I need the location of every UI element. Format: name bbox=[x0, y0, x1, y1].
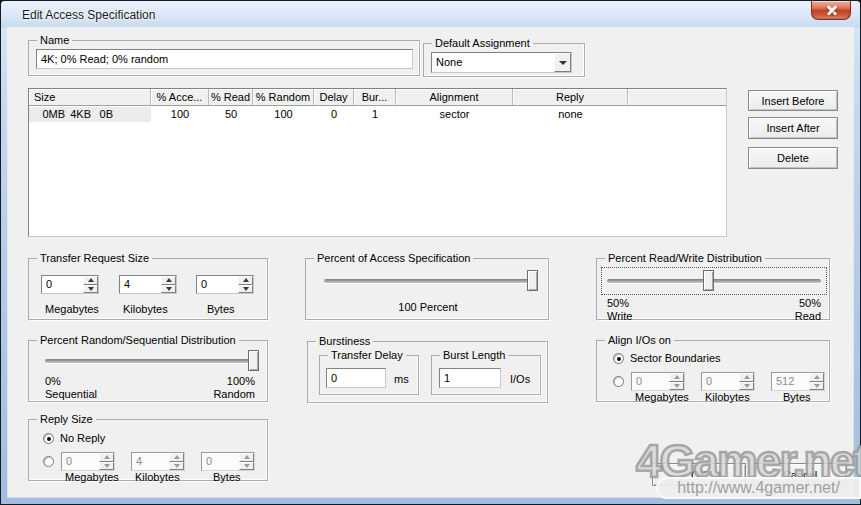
cell-delay[interactable]: 0 bbox=[314, 108, 354, 120]
percent-access-slider-track[interactable] bbox=[324, 279, 538, 283]
cell-burst[interactable]: 1 bbox=[354, 108, 396, 120]
random-percent-label: 100%Random bbox=[213, 375, 255, 401]
reply-megabytes-label: Megabytes bbox=[65, 471, 119, 483]
spin-up-icon[interactable] bbox=[83, 276, 98, 285]
burstiness-group: Burstiness Transfer Delay ms Burst Lengt… bbox=[307, 341, 548, 403]
reply-kilobytes-spinner[interactable]: 4 bbox=[131, 452, 185, 471]
size-kilobytes: 4KB bbox=[65, 108, 91, 120]
trs-kilobytes-spinner[interactable]: 4 bbox=[119, 275, 177, 294]
column-header-alignment[interactable]: Alignment bbox=[396, 89, 513, 106]
transfer-delay-input[interactable] bbox=[326, 368, 386, 388]
default-assignment-select[interactable]: None bbox=[431, 52, 572, 73]
no-reply-option[interactable]: No Reply bbox=[60, 432, 105, 444]
window-title: Edit Access Specification bbox=[22, 8, 155, 22]
name-input[interactable] bbox=[36, 49, 413, 69]
transfer-request-size-label: Transfer Request Size bbox=[37, 252, 152, 265]
spin-down-icon bbox=[169, 462, 184, 471]
align-ios-label: Align I/Os on bbox=[605, 334, 674, 347]
spin-down-icon[interactable] bbox=[238, 285, 253, 294]
default-assignment-group: Default Assignment None bbox=[423, 43, 585, 77]
spin-down-icon bbox=[669, 382, 684, 391]
trs-bytes-label: Bytes bbox=[207, 303, 235, 315]
reply-megabytes-spinner[interactable]: 0 bbox=[61, 452, 115, 471]
transfer-request-size-group: Transfer Request Size 0 4 0 Megabytes Ki… bbox=[28, 258, 268, 320]
cell-size[interactable]: 0MB 4KB 0B bbox=[29, 107, 151, 122]
align-kilobytes-value: 0 bbox=[702, 373, 739, 390]
name-group: Name bbox=[28, 40, 420, 76]
chevron-down-icon[interactable] bbox=[554, 53, 571, 72]
reply-megabytes-value: 0 bbox=[62, 453, 99, 470]
spin-down-icon bbox=[99, 462, 114, 471]
column-header-read[interactable]: % Read bbox=[209, 89, 253, 106]
sector-boundaries-option[interactable]: Sector Boundaries bbox=[630, 352, 721, 364]
write-percent-label: 50%Write bbox=[607, 297, 632, 323]
custom-alignment-radio[interactable] bbox=[613, 376, 624, 387]
column-header-delay[interactable]: Delay bbox=[314, 89, 354, 106]
cell-access[interactable]: 100 bbox=[151, 108, 209, 120]
spin-down-icon bbox=[239, 462, 254, 471]
insert-after-button[interactable]: Insert After bbox=[748, 117, 838, 139]
percent-access-label: Percent of Access Specification bbox=[314, 252, 473, 265]
dialog-body: Name Default Assignment None Size % Acce… bbox=[8, 28, 853, 497]
cell-random[interactable]: 100 bbox=[253, 108, 314, 120]
reply-kilobytes-label: Kilobytes bbox=[135, 471, 180, 483]
custom-reply-radio[interactable] bbox=[43, 456, 54, 467]
percent-read-write-group: Percent Read/Write Distribution 50%Write… bbox=[596, 258, 830, 320]
column-header-reply[interactable]: Reply bbox=[513, 89, 628, 106]
align-bytes-value: 512 bbox=[772, 373, 809, 390]
size-bytes: 0B bbox=[91, 108, 113, 120]
table-header: Size % Acce... % Read % Random Delay Bur… bbox=[29, 89, 726, 106]
transfer-delay-group: Transfer Delay ms bbox=[319, 355, 419, 395]
trs-megabytes-spinner[interactable]: 0 bbox=[41, 275, 99, 294]
spin-down-icon[interactable] bbox=[83, 285, 98, 294]
no-reply-radio[interactable] bbox=[43, 433, 54, 444]
column-header-burst[interactable]: Bur... bbox=[354, 89, 396, 106]
column-header-access[interactable]: % Acce... bbox=[151, 89, 209, 106]
access-spec-table[interactable]: Size % Acce... % Read % Random Delay Bur… bbox=[28, 88, 727, 237]
random-sequential-slider-thumb[interactable] bbox=[248, 350, 259, 371]
column-header-size[interactable]: Size bbox=[29, 89, 151, 106]
burst-length-label: Burst Length bbox=[440, 349, 508, 362]
ok-button[interactable]: OK bbox=[652, 463, 746, 486]
random-sequential-slider-track[interactable] bbox=[45, 359, 257, 363]
spin-up-icon[interactable] bbox=[161, 276, 176, 285]
default-assignment-label: Default Assignment bbox=[432, 37, 533, 50]
column-header-random[interactable]: % Random bbox=[253, 89, 314, 106]
align-bytes-spinner[interactable]: 512 bbox=[771, 372, 825, 391]
name-group-label: Name bbox=[37, 34, 72, 47]
align-megabytes-spinner[interactable]: 0 bbox=[631, 372, 685, 391]
reply-size-label: Reply Size bbox=[37, 413, 96, 426]
burst-length-input[interactable] bbox=[439, 368, 501, 388]
read-write-slider-track[interactable] bbox=[607, 279, 821, 283]
percent-access-slider-thumb[interactable] bbox=[527, 270, 538, 291]
spin-up-icon[interactable] bbox=[238, 276, 253, 285]
trs-bytes-spinner[interactable]: 0 bbox=[196, 275, 254, 294]
percent-random-sequential-group: Percent Random/Sequential Distribution 0… bbox=[28, 340, 268, 402]
spin-down-icon[interactable] bbox=[161, 285, 176, 294]
delete-button[interactable]: Delete bbox=[748, 147, 838, 169]
cell-read[interactable]: 50 bbox=[209, 108, 253, 120]
column-header-empty bbox=[628, 89, 726, 106]
align-megabytes-label: Megabytes bbox=[635, 391, 689, 403]
sector-boundaries-radio[interactable] bbox=[613, 353, 624, 364]
cell-alignment[interactable]: sector bbox=[396, 108, 513, 120]
insert-before-button[interactable]: Insert Before bbox=[748, 90, 838, 111]
align-ios-group: Align I/Os on Sector Boundaries 0 0 512 … bbox=[596, 340, 830, 402]
transfer-delay-label: Transfer Delay bbox=[328, 349, 406, 362]
close-button[interactable] bbox=[811, 1, 851, 20]
align-kilobytes-spinner[interactable]: 0 bbox=[701, 372, 755, 391]
size-megabytes: 0MB bbox=[29, 108, 65, 120]
cell-reply[interactable]: none bbox=[513, 108, 628, 120]
spin-up-icon bbox=[169, 453, 184, 462]
burst-length-group: Burst Length I/Os bbox=[431, 355, 541, 395]
burstiness-label: Burstiness bbox=[316, 335, 373, 348]
burst-length-unit: I/Os bbox=[510, 373, 530, 385]
trs-megabytes-label: Megabytes bbox=[45, 303, 99, 315]
reply-size-group: Reply Size No Reply 0 4 0 Megabytes Kilo… bbox=[28, 419, 268, 481]
table-row[interactable]: 0MB 4KB 0B 100 50 100 0 1 sector none bbox=[29, 106, 726, 122]
cancel-button[interactable]: Cancel bbox=[753, 463, 847, 486]
reply-bytes-spinner[interactable]: 0 bbox=[201, 452, 255, 471]
read-write-slider-thumb[interactable] bbox=[703, 270, 714, 291]
sequential-percent-label: 0%Sequential bbox=[45, 375, 97, 401]
align-kilobytes-label: Kilobytes bbox=[705, 391, 750, 403]
